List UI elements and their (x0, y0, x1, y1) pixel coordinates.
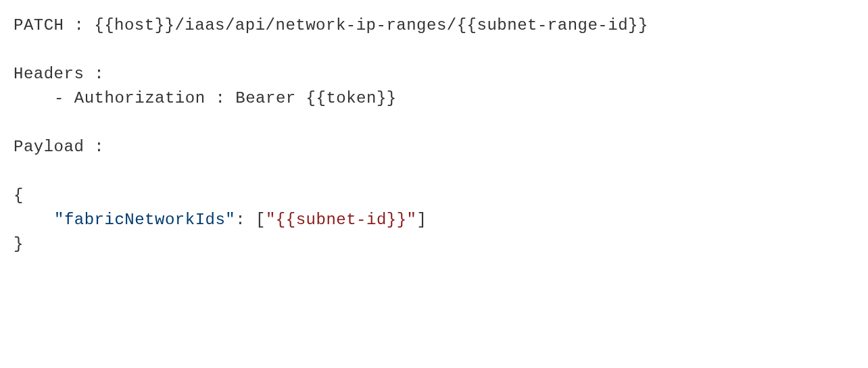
blank-line (14, 111, 854, 135)
json-close-brace: } (14, 232, 854, 257)
http-method: PATCH (14, 16, 64, 34)
json-colon: : (235, 211, 256, 229)
header-bullet: - (54, 89, 74, 107)
header-authorization-line: - Authorization : Bearer {{token}} (14, 86, 854, 111)
request-url: {{host}}/iaas/api/network-ip-ranges/{{su… (94, 16, 648, 34)
header-value: Bearer {{token}} (235, 89, 396, 107)
json-property-line: "fabricNetworkIds": ["{{subnet-id}}"] (14, 208, 854, 232)
header-separator: : (206, 89, 236, 107)
blank-line (14, 159, 854, 184)
open-brace: { (14, 186, 24, 205)
request-separator: : (64, 16, 95, 34)
json-key: "fabricNetworkIds" (54, 211, 235, 229)
headers-label: Headers : (14, 62, 854, 86)
json-open-brace: { (14, 184, 854, 208)
close-brace: } (14, 235, 24, 253)
json-bracket-close: ] (417, 211, 427, 229)
header-key: Authorization (74, 89, 206, 107)
blank-line (14, 38, 854, 62)
payload-label: Payload : (14, 135, 854, 159)
json-string-value: "{{subnet-id}}" (266, 211, 417, 229)
request-line: PATCH : {{host}}/iaas/api/network-ip-ran… (14, 14, 854, 38)
json-bracket-open: [ (256, 211, 266, 229)
